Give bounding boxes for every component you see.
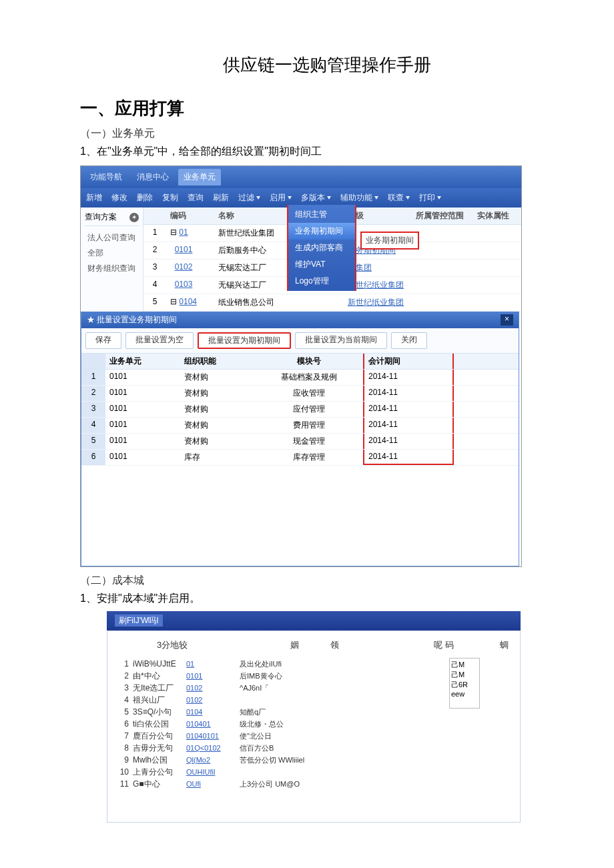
- window-tabs: 功能导航 消息中心 业务单元: [81, 166, 521, 188]
- batch-period-dialog: ★ 批量设置业务期初期间 × 保存 批量设置为空 批量设置为期初期间 批量设置为…: [81, 311, 519, 566]
- tab-nav[interactable]: 功能导航: [85, 169, 127, 185]
- list-item[interactable]: 8吉毋分无句01Q<0102信百方公B: [107, 742, 520, 754]
- list-item[interactable]: 6ti白依公国010401级北修・总公: [107, 718, 520, 730]
- caret-down-icon: [437, 196, 441, 199]
- caret-down-icon: [288, 196, 292, 199]
- paragraph-2: 1、安排"成本域"并启用。: [80, 592, 574, 606]
- cost-grid-header: 3分地较 姻 领 呢 码 蜩: [107, 635, 520, 658]
- aux-dropdown: 组织主管 业务期初期间 生成内部客商 维护VAT Logo管理: [287, 205, 356, 291]
- dropdown-item-vat[interactable]: 维护VAT: [288, 256, 355, 273]
- set-current-period-button[interactable]: 批量设置为当前期间: [295, 332, 387, 349]
- status-badge: 己M 己M 己6R eew: [449, 658, 480, 709]
- refresh-button[interactable]: 刷新: [213, 192, 229, 203]
- table-row[interactable]: 20101资材购应收管理2014-11: [81, 386, 519, 402]
- list-item[interactable]: 7鹿百分公句01040101使"北公日: [107, 730, 520, 742]
- data-grid: 编码 名称 简称 上级 所属管控范围 实体属性 1⊟ 01新世纪纸业集团 2 0…: [143, 207, 521, 312]
- joint-button[interactable]: 联查: [388, 192, 410, 203]
- section-1-title: （一）业务单元: [80, 127, 574, 141]
- all-query[interactable]: 全部: [85, 246, 139, 261]
- document-title: 供应链一选购管理操作手册: [80, 53, 574, 77]
- set-init-period-button[interactable]: 批量设置为期初期间: [198, 332, 291, 349]
- table-row[interactable]: 60101库存库存管理2014-11: [81, 450, 519, 466]
- query-button[interactable]: 查询: [188, 192, 204, 203]
- save-button[interactable]: 保存: [85, 332, 121, 349]
- caret-down-icon: [327, 196, 331, 199]
- dialog-close-button[interactable]: ×: [501, 314, 513, 326]
- tab-msg[interactable]: 消息中心: [131, 169, 174, 185]
- dropdown-item-period[interactable]: 业务期初期间: [288, 223, 355, 240]
- finance-org-query[interactable]: 财务组织查询: [85, 261, 139, 276]
- list-item[interactable]: 10上青分公句OUHIUfil: [107, 766, 520, 778]
- col-code: 编码: [166, 207, 214, 224]
- screenshot-cost-domain: 刷FilJ'W吗I 3分地较 姻 领 呢 码 蜩 1iWiB%UJttE01及出…: [107, 611, 521, 823]
- table-row[interactable]: 30101资材购应付管理2014-11: [81, 402, 519, 418]
- caret-down-icon: [374, 196, 378, 199]
- caret-down-icon: [406, 196, 410, 199]
- dialog-table: 业务单元 组织职能 模块号 会计期间 10101资材购基础档案及规例2014-1…: [81, 354, 519, 466]
- cost-toolbar: 刷FilJ'W吗I: [107, 611, 521, 630]
- col-account-period: 会计期间: [363, 354, 454, 369]
- dropdown-item-logo[interactable]: Logo管理: [288, 273, 355, 290]
- edit-button[interactable]: 修改: [111, 192, 127, 203]
- new-button[interactable]: 新增: [86, 192, 102, 203]
- dropdown-item-supervisor[interactable]: 组织主管: [288, 206, 355, 223]
- query-scheme-label: 查询方案: [85, 211, 117, 223]
- list-item[interactable]: 9Mwlh公国Ql(Mo2苦低分公切 WWliiiel: [107, 754, 520, 766]
- set-empty-button[interactable]: 批量设置为空: [125, 332, 194, 349]
- query-panel: 查询方案 ✶ 法人公司查询 全部 财务组织查询: [81, 207, 143, 312]
- caret-down-icon: [256, 196, 260, 199]
- paragraph-1: 1、在"业务单元"中，给全部的组织设置"期初时间工: [80, 145, 574, 159]
- col-module: 模块号: [255, 354, 363, 369]
- multiver-button[interactable]: 多版本: [301, 192, 331, 203]
- heading-1: 一、应用打算: [80, 97, 574, 120]
- list-item[interactable]: 11G■中心OUfi上3分公司 UM@O: [107, 778, 520, 790]
- section-2-title: （二）成本城: [80, 574, 574, 588]
- delete-button[interactable]: 删除: [137, 192, 153, 203]
- screenshot-business-unit: 功能导航 消息中心 业务单元 新增 修改 删除 复制 查询 刷新 过滤 启用 多…: [80, 165, 522, 567]
- col-biz-unit: 业务单元: [105, 354, 180, 369]
- filter-button[interactable]: 过滤: [238, 192, 260, 203]
- expand-icon[interactable]: ✶: [129, 213, 139, 222]
- period-highlight-button[interactable]: 业务期初期间: [360, 232, 419, 250]
- col-attr: 实体属性: [473, 207, 521, 224]
- table-row[interactable]: 40101资材购费用管理2014-11: [81, 418, 519, 434]
- col-name: 名称: [214, 207, 296, 224]
- tab-biz-unit[interactable]: 业务单元: [178, 169, 221, 185]
- table-row[interactable]: 50101资材购现金管理2014-11: [81, 434, 519, 450]
- aux-button[interactable]: 辅助功能: [340, 192, 378, 203]
- copy-button[interactable]: 复制: [162, 192, 178, 203]
- cost-grid: 3分地较 姻 领 呢 码 蜩 1iWiB%UJttE01及出化处iIUfi 2由…: [107, 630, 521, 823]
- dialog-title: ★ 批量设置业务期初期间: [87, 314, 177, 326]
- col-org-role: 组织职能: [180, 354, 255, 369]
- col-scope: 所属管控范围: [412, 207, 473, 224]
- print-button[interactable]: 打印: [419, 192, 441, 203]
- grid-row[interactable]: 5⊟ 0104纸业销售总公司新世纪纸业集团: [143, 294, 521, 312]
- dropdown-item-gen-internal[interactable]: 生成内部客商: [288, 240, 355, 256]
- enable-button[interactable]: 启用: [270, 192, 292, 203]
- toolbar-label[interactable]: 刷FilJ'W吗I: [115, 614, 163, 626]
- legal-company-query[interactable]: 法人公司查询: [85, 230, 139, 246]
- close-button[interactable]: 关闭: [391, 332, 427, 349]
- table-row[interactable]: 10101资材购基础档案及规例2014-11: [81, 370, 519, 386]
